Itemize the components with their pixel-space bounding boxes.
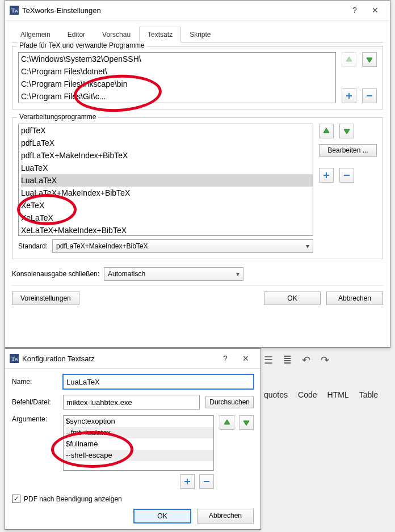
tools-add-button[interactable] xyxy=(319,168,334,183)
console-close-label: Konsolenausgabe schließen: xyxy=(12,270,99,278)
settings-window: Tw TeXworks-Einstellungen ? ✕ Allgemein … xyxy=(5,0,390,348)
config-title: Konfiguration Textsatz xyxy=(19,354,215,363)
paths-item[interactable]: C:\Program Files\Git\c... xyxy=(21,90,335,103)
arg-item[interactable]: $synctexoption xyxy=(66,416,213,427)
tools-item[interactable]: LuaLaTeX+MakeIndex+BibTeX xyxy=(21,187,313,199)
arg-item[interactable]: --fmt=lualatex xyxy=(66,427,213,438)
svg-marker-17 xyxy=(224,420,230,424)
cancel-button[interactable]: Abbrechen xyxy=(326,292,383,305)
settings-titlebar: Tw TeXworks-Einstellungen ? ✕ xyxy=(5,1,390,20)
group-paths-label: Pfade für TeX und verwandte Programme xyxy=(17,41,147,49)
args-remove-button[interactable] xyxy=(199,474,214,489)
group-tools-label: Verarbeitungsprogramme xyxy=(17,113,98,121)
arguments-list[interactable]: $synctexoption --fmt=lualatex $fullname … xyxy=(63,415,214,471)
paths-list[interactable]: C:\Windows\System32\OpenSSH\ C:\Program … xyxy=(18,52,336,103)
svg-marker-7 xyxy=(323,128,329,133)
command-input[interactable] xyxy=(63,395,200,409)
paths-add-button[interactable] xyxy=(342,88,356,103)
bg-item-code[interactable]: Code xyxy=(298,390,317,399)
config-ok-button[interactable]: OK xyxy=(133,509,191,523)
tools-item-selected[interactable]: LuaLaTeX xyxy=(21,174,313,187)
config-cancel-button[interactable]: Abbrechen xyxy=(197,509,254,523)
close-button[interactable]: ✕ xyxy=(365,3,385,17)
tools-item[interactable]: XeLaTeX xyxy=(21,212,313,224)
tools-item[interactable]: XeTeX xyxy=(21,199,313,212)
group-paths: Pfade für TeX und verwandte Programme C:… xyxy=(12,46,383,109)
bg-item-quotes[interactable]: quotes xyxy=(264,390,288,399)
tabbar: Allgemein Editor Vorschau Textsatz Skrip… xyxy=(12,26,383,43)
paths-move-down-button[interactable] xyxy=(362,52,377,67)
tab-editor[interactable]: Editor xyxy=(59,27,94,43)
background-editor-toolbar-row2: quotes Code HTML Table xyxy=(264,390,395,399)
arguments-label: Argumente: xyxy=(12,415,57,423)
arg-item[interactable]: $fullname xyxy=(66,438,213,450)
tools-item[interactable]: pdfLaTeX+MakeIndex+BibTeX xyxy=(21,149,313,162)
tools-item[interactable]: pdfLaTeX xyxy=(21,137,313,149)
browse-button[interactable]: Durchsuchen xyxy=(205,396,254,408)
standard-label: Standard: xyxy=(18,242,48,250)
arg-item[interactable]: --shell-escape xyxy=(66,450,213,461)
pdf-after-completion-label: PDF nach Beendigung anzeigen xyxy=(24,495,122,503)
redo-icon[interactable]: ↷ xyxy=(321,354,329,366)
paths-item[interactable]: C:\Windows\System32\OpenSSH\ xyxy=(21,53,335,65)
defaults-button[interactable]: Voreinstellungen xyxy=(12,292,79,305)
config-window: Tw Konfiguration Textsatz ? ✕ Name: Befe… xyxy=(5,348,261,530)
align-icon[interactable]: ≣ xyxy=(283,354,292,366)
background-editor-toolbar: ☰ ≣ ↶ ↷ xyxy=(264,354,395,366)
checkbox-icon: ✓ xyxy=(12,495,20,503)
args-move-up-button[interactable] xyxy=(220,415,234,430)
tools-item[interactable]: pdfTeX xyxy=(21,124,313,137)
undo-icon[interactable]: ↶ xyxy=(302,354,310,366)
settings-title: TeXworks-Einstellungen xyxy=(19,6,344,15)
svg-marker-2 xyxy=(346,57,352,61)
tab-vorschau[interactable]: Vorschau xyxy=(94,27,139,43)
config-close-button[interactable]: ✕ xyxy=(236,352,256,365)
svg-marker-3 xyxy=(367,58,372,62)
edit-button[interactable]: Bearbeiten ... xyxy=(319,144,377,157)
command-label: Befehl/Datei: xyxy=(12,398,57,406)
pdf-after-completion-checkbox[interactable]: ✓ PDF nach Beendigung anzeigen xyxy=(12,495,254,503)
tab-textsatz[interactable]: Textsatz xyxy=(139,27,181,43)
app-icon: Tw xyxy=(10,6,19,15)
console-close-value: Automatisch xyxy=(108,270,145,278)
paths-item[interactable]: C:\Program Files\Inkscape\bin xyxy=(21,78,335,90)
paths-remove-button[interactable] xyxy=(362,88,377,103)
tab-skripte[interactable]: Skripte xyxy=(181,27,219,43)
svg-marker-8 xyxy=(344,129,350,134)
bg-item-table[interactable]: Table xyxy=(359,390,378,399)
tools-remove-button[interactable] xyxy=(339,168,354,183)
tools-move-up-button[interactable] xyxy=(319,124,334,138)
svg-text:Tw: Tw xyxy=(11,356,19,362)
standard-value: pdfLaTeX+MakeIndex+BibTeX xyxy=(56,242,148,250)
args-move-down-button[interactable] xyxy=(239,415,254,430)
group-tools: Verarbeitungsprogramme pdfTeX pdfLaTeX p… xyxy=(12,117,383,259)
bg-item-html[interactable]: HTML xyxy=(327,390,349,399)
svg-marker-18 xyxy=(243,421,249,425)
tools-move-down-button[interactable] xyxy=(339,124,354,138)
list-icon[interactable]: ☰ xyxy=(264,354,273,366)
console-close-select[interactable]: Automatisch xyxy=(104,267,243,281)
config-help-button[interactable]: ? xyxy=(215,352,236,365)
standard-select[interactable]: pdfLaTeX+MakeIndex+BibTeX xyxy=(52,239,313,253)
tools-item[interactable]: XeLaTeX+MakeIndex+BibTeX xyxy=(21,224,313,236)
ok-button[interactable]: OK xyxy=(264,292,321,305)
args-add-button[interactable] xyxy=(180,474,195,489)
tools-list[interactable]: pdfTeX pdfLaTeX pdfLaTeX+MakeIndex+BibTe… xyxy=(18,124,313,236)
name-label: Name: xyxy=(12,378,57,386)
help-button[interactable]: ? xyxy=(344,3,365,17)
name-input[interactable] xyxy=(63,374,254,389)
paths-item[interactable]: C:\Program Files\dotnet\ xyxy=(21,65,335,78)
config-titlebar: Tw Konfiguration Textsatz ? ✕ xyxy=(5,349,260,369)
app-icon: Tw xyxy=(10,354,19,363)
paths-move-up-button[interactable] xyxy=(342,52,356,67)
svg-text:Tw: Tw xyxy=(11,7,19,14)
tools-item[interactable]: LuaTeX xyxy=(21,162,313,174)
tab-allgemein[interactable]: Allgemein xyxy=(12,27,59,43)
